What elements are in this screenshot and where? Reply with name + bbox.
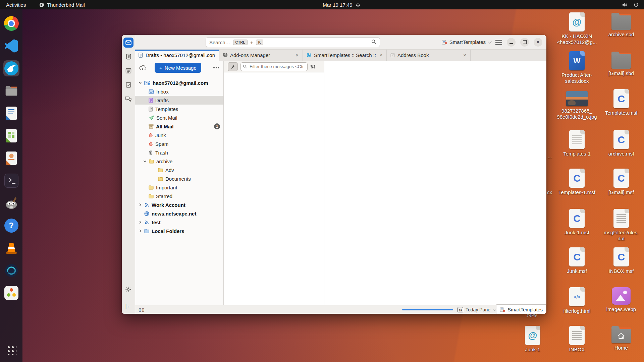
new-message-button[interactable]: + New Message <box>155 63 201 73</box>
folder-row-starred[interactable]: Starred <box>135 192 223 200</box>
folder-row-documents[interactable]: Documents <box>135 174 223 183</box>
desktop-icon[interactable]: C INBOX.msf <box>599 247 643 274</box>
show-apps-button[interactable] <box>3 342 19 358</box>
tab-close-button[interactable]: × <box>463 52 467 58</box>
folder-row-trash[interactable]: Trash <box>135 148 223 157</box>
files-dock-icon[interactable] <box>3 83 19 99</box>
chrome-dock-icon[interactable] <box>3 15 19 32</box>
tab-close-button[interactable]: × <box>295 52 299 58</box>
maximize-button[interactable] <box>520 38 529 47</box>
folder-row-sent[interactable]: Sent Mail <box>135 113 223 122</box>
tab-addons-manager[interactable]: Add-ons Manager × <box>219 50 303 61</box>
desktop-icon[interactable]: archive.sbd <box>599 12 643 38</box>
quick-filter-input[interactable] <box>240 62 308 71</box>
chat-icon <box>125 96 131 102</box>
desktop-icon[interactable]: W Product After- sales.docx <box>555 51 599 84</box>
desktop-icon[interactable]: images.webp <box>599 287 643 312</box>
account-row-local-folders[interactable]: Local Folders <box>135 227 223 235</box>
folder-pane-options-button[interactable] <box>213 67 219 68</box>
folder-row-all-mail[interactable]: All Mail 1 <box>135 122 223 131</box>
desktop-icon[interactable]: INBOX <box>555 326 599 353</box>
system-tray[interactable] <box>622 2 644 7</box>
status-bar: ((·)) 19 Today Pane SmartTemplates <box>135 305 546 314</box>
dock: ? <box>0 9 22 362</box>
desktop-icon[interactable]: C [Gmail].msf <box>599 169 643 195</box>
desktop-icon[interactable]: C Junk.msf <box>555 247 599 274</box>
text-file-icon <box>569 326 585 345</box>
desktop-icon[interactable]: [Gmail].sbd <box>599 51 643 76</box>
address-book-space-button[interactable] <box>123 52 133 62</box>
folder-row-templates[interactable]: Templates <box>135 105 223 113</box>
get-messages-icon[interactable] <box>139 65 146 70</box>
vlc-dock-icon[interactable] <box>3 240 19 256</box>
desktop-icon[interactable]: @ KK - HAOXIN <haox57012@g... <box>555 12 599 45</box>
window-titlebar[interactable]: Search… CTRL + K SmartTemplates × <box>135 35 546 50</box>
desktop-icon[interactable]: </> filterlog.html <box>555 287 599 314</box>
desktop-icon[interactable]: C archive.msf <box>599 130 643 157</box>
desktop-icon[interactable]: Templates-1 <box>555 130 599 157</box>
clock-button[interactable]: Mar 19 17:49 <box>323 2 360 8</box>
calc-dock-icon[interactable] <box>3 128 19 144</box>
close-button[interactable]: × <box>534 38 542 47</box>
desktop-icon[interactable]: C Templates-1.msf <box>555 169 599 195</box>
folder-row-junk[interactable]: Junk <box>135 131 223 139</box>
desktop-icon[interactable]: C Junk-1.msf <box>555 209 599 236</box>
collapse-spaces-button[interactable]: |← <box>123 301 133 311</box>
terminal-dock-icon[interactable] <box>3 173 19 189</box>
impress-dock-icon[interactable] <box>3 150 19 166</box>
tab-close-button[interactable]: × <box>379 52 383 58</box>
sticky-filter-button[interactable] <box>228 62 238 71</box>
account-row-test[interactable]: test <box>135 218 223 227</box>
app-menu-button[interactable] <box>495 40 502 45</box>
smarttemplates-menu-button[interactable]: SmartTemplates <box>442 39 491 45</box>
address-book-icon <box>125 54 131 60</box>
smarttemplates-icon <box>500 307 505 312</box>
software-center-icon <box>4 286 18 300</box>
gimp-icon <box>4 196 18 210</box>
chat-space-button[interactable] <box>123 94 133 104</box>
minimize-button[interactable] <box>507 38 516 47</box>
chrome-icon <box>4 16 19 31</box>
folder-row-spam[interactable]: Spam <box>135 139 223 148</box>
account-row-work[interactable]: Work Account <box>135 200 223 209</box>
tab-smarttemplates-search[interactable]: SmartTemplates :: Search :: A × <box>303 50 387 61</box>
software-store-dock-icon[interactable] <box>3 285 19 301</box>
vscode-icon <box>5 39 18 53</box>
text-file-icon <box>613 209 629 228</box>
tasks-space-button[interactable] <box>123 80 133 90</box>
text-file-icon <box>569 130 585 149</box>
folder-row-important[interactable]: Important <box>135 183 223 192</box>
folder-row-adv[interactable]: Adv <box>135 166 223 174</box>
desktop-icon[interactable]: msgFilterRules. dat <box>599 209 643 241</box>
writer-dock-icon[interactable] <box>3 105 19 121</box>
vscode-dock-icon[interactable] <box>3 38 19 54</box>
help-dock-icon[interactable]: ? <box>3 218 19 234</box>
global-search-field[interactable]: Search… CTRL + K <box>206 37 380 47</box>
today-pane-button[interactable]: 19 Today Pane <box>458 307 495 312</box>
tab-address-book[interactable]: Address Book × <box>387 50 471 61</box>
activities-button[interactable]: Activities <box>6 2 26 8</box>
thunderbird-dock-icon[interactable] <box>3 60 19 76</box>
account-row-news[interactable]: news.netscape.net <box>135 209 223 218</box>
filter-options-icon[interactable] <box>310 64 315 69</box>
msf-file-icon: C <box>569 247 585 266</box>
folder-icon <box>149 185 154 190</box>
tab-drafts[interactable]: Drafts - haox57012@gmail.com <box>135 50 219 61</box>
mail-space-button[interactable] <box>123 38 133 48</box>
desktop-icon[interactable]: Home <box>599 326 643 351</box>
smarttemplates-status-button[interactable]: SmartTemplates <box>496 304 546 314</box>
desktop-icon[interactable]: C Templates.msf <box>599 89 643 116</box>
desktop-icon[interactable]: @ Junk-1 <box>511 326 555 353</box>
calendar-space-button[interactable] <box>123 66 133 76</box>
focused-app-menu[interactable]: Thunderbird Mail <box>39 2 85 8</box>
folder-row-inbox[interactable]: Inbox <box>135 87 223 96</box>
account-row-gmail[interactable]: haox57012@gmail.com <box>135 78 223 87</box>
gimp-dock-icon[interactable] <box>3 195 19 211</box>
swirl-app-dock-icon[interactable] <box>3 262 19 279</box>
folder-row-drafts[interactable]: Drafts <box>135 96 223 105</box>
top-bar: Activities Thunderbird Mail Mar 19 17:49 <box>0 0 644 9</box>
chevron-down-icon <box>139 81 142 84</box>
settings-space-button[interactable] <box>123 284 133 294</box>
folder-row-archive[interactable]: archive <box>135 157 223 166</box>
desktop-icon[interactable]: 9827327865_ 98e0f0dc2d_o.jpg <box>555 91 599 120</box>
